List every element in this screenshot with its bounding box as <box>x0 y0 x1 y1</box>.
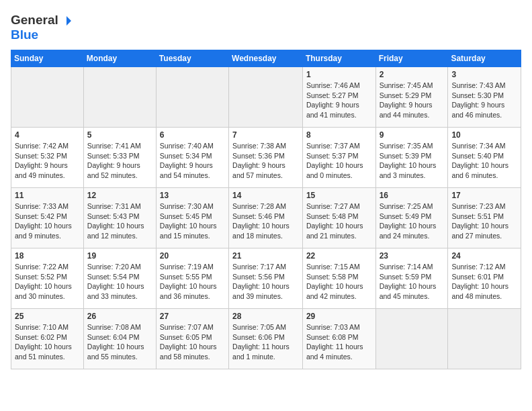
svg-text:General: General <box>11 13 58 27</box>
day-number: 20 <box>160 251 225 261</box>
day-info: Sunrise: 7:05 AMSunset: 6:06 PMDaylight:… <box>232 322 299 362</box>
week-row-5: 25Sunrise: 7:10 AMSunset: 6:02 PMDayligh… <box>11 309 521 369</box>
logo: General Blue <box>11 11 71 43</box>
weekday-monday: Monday <box>83 50 156 67</box>
day-info: Sunrise: 7:40 AMSunset: 5:34 PMDaylight:… <box>160 141 225 181</box>
week-row-1: 1Sunrise: 7:46 AMSunset: 5:27 PMDaylight… <box>11 67 521 128</box>
calendar-cell: 23Sunrise: 7:14 AMSunset: 5:59 PMDayligh… <box>375 248 448 309</box>
calendar-cell: 16Sunrise: 7:25 AMSunset: 5:49 PMDayligh… <box>375 188 448 248</box>
calendar-cell <box>229 67 303 128</box>
day-info: Sunrise: 7:20 AMSunset: 5:54 PMDaylight:… <box>87 262 152 302</box>
day-number: 19 <box>87 251 152 261</box>
day-info: Sunrise: 7:10 AMSunset: 6:02 PMDaylight:… <box>15 322 80 362</box>
calendar-cell: 21Sunrise: 7:17 AMSunset: 5:56 PMDayligh… <box>229 248 303 309</box>
day-number: 25 <box>15 312 80 321</box>
calendar-cell <box>375 309 448 369</box>
calendar-cell: 4Sunrise: 7:42 AMSunset: 5:32 PMDaylight… <box>11 128 84 188</box>
svg-marker-2 <box>66 16 71 31</box>
day-number: 26 <box>87 312 152 321</box>
day-info: Sunrise: 7:08 AMSunset: 6:04 PMDaylight:… <box>87 322 152 362</box>
calendar-cell: 28Sunrise: 7:05 AMSunset: 6:06 PMDayligh… <box>229 309 303 369</box>
calendar-cell: 17Sunrise: 7:23 AMSunset: 5:51 PMDayligh… <box>448 188 521 248</box>
day-number: 7 <box>232 130 299 140</box>
calendar-cell: 15Sunrise: 7:27 AMSunset: 5:48 PMDayligh… <box>302 188 375 248</box>
day-info: Sunrise: 7:34 AMSunset: 5:40 PMDaylight:… <box>451 141 517 181</box>
page: General Blue SundayMondayTuesdayWednesda… <box>0 0 532 376</box>
calendar-cell <box>83 67 156 128</box>
day-info: Sunrise: 7:03 AMSunset: 6:08 PMDaylight:… <box>306 322 372 362</box>
calendar-cell: 25Sunrise: 7:10 AMSunset: 6:02 PMDayligh… <box>11 309 84 369</box>
day-number: 5 <box>87 130 152 140</box>
calendar-cell: 9Sunrise: 7:35 AMSunset: 5:39 PMDaylight… <box>375 128 448 188</box>
day-info: Sunrise: 7:45 AMSunset: 5:29 PMDaylight:… <box>380 81 445 120</box>
calendar-cell: 29Sunrise: 7:03 AMSunset: 6:08 PMDayligh… <box>302 309 375 369</box>
calendar-cell: 24Sunrise: 7:12 AMSunset: 6:01 PMDayligh… <box>448 248 521 309</box>
day-number: 23 <box>380 251 445 261</box>
calendar-cell: 19Sunrise: 7:20 AMSunset: 5:54 PMDayligh… <box>83 248 156 309</box>
day-info: Sunrise: 7:25 AMSunset: 5:49 PMDaylight:… <box>380 201 445 241</box>
day-number: 12 <box>87 191 152 200</box>
day-number: 11 <box>15 191 80 200</box>
calendar-cell: 1Sunrise: 7:46 AMSunset: 5:27 PMDaylight… <box>302 67 375 128</box>
day-number: 10 <box>451 130 517 140</box>
calendar-cell: 20Sunrise: 7:19 AMSunset: 5:55 PMDayligh… <box>156 248 228 309</box>
day-info: Sunrise: 7:43 AMSunset: 5:30 PMDaylight:… <box>451 81 517 120</box>
week-row-3: 11Sunrise: 7:33 AMSunset: 5:42 PMDayligh… <box>11 188 521 248</box>
day-number: 27 <box>160 312 225 321</box>
day-number: 22 <box>306 251 372 261</box>
day-number: 24 <box>451 251 517 261</box>
weekday-thursday: Thursday <box>302 50 375 67</box>
day-info: Sunrise: 7:12 AMSunset: 6:01 PMDaylight:… <box>451 262 517 302</box>
week-row-2: 4Sunrise: 7:42 AMSunset: 5:32 PMDaylight… <box>11 128 521 188</box>
day-number: 18 <box>15 251 80 261</box>
day-number: 2 <box>380 70 445 79</box>
day-info: Sunrise: 7:22 AMSunset: 5:52 PMDaylight:… <box>15 262 80 302</box>
day-info: Sunrise: 7:28 AMSunset: 5:46 PMDaylight:… <box>232 201 299 241</box>
calendar-cell: 10Sunrise: 7:34 AMSunset: 5:40 PMDayligh… <box>448 128 521 188</box>
calendar-cell: 13Sunrise: 7:30 AMSunset: 5:45 PMDayligh… <box>156 188 228 248</box>
weekday-tuesday: Tuesday <box>156 50 228 67</box>
weekday-saturday: Saturday <box>448 50 521 67</box>
calendar-cell <box>156 67 228 128</box>
weekday-friday: Friday <box>375 50 448 67</box>
calendar-cell: 6Sunrise: 7:40 AMSunset: 5:34 PMDaylight… <box>156 128 228 188</box>
day-number: 17 <box>451 191 517 200</box>
calendar: SundayMondayTuesdayWednesdayThursdayFrid… <box>11 50 521 369</box>
day-info: Sunrise: 7:46 AMSunset: 5:27 PMDaylight:… <box>306 81 372 120</box>
day-number: 14 <box>232 191 299 200</box>
day-number: 4 <box>15 130 80 140</box>
calendar-cell: 12Sunrise: 7:31 AMSunset: 5:43 PMDayligh… <box>83 188 156 248</box>
calendar-cell: 22Sunrise: 7:15 AMSunset: 5:58 PMDayligh… <box>302 248 375 309</box>
day-number: 8 <box>306 130 372 140</box>
day-info: Sunrise: 7:37 AMSunset: 5:37 PMDaylight:… <box>306 141 372 181</box>
day-number: 6 <box>160 130 225 140</box>
day-info: Sunrise: 7:33 AMSunset: 5:42 PMDaylight:… <box>15 201 80 241</box>
day-info: Sunrise: 7:30 AMSunset: 5:45 PMDaylight:… <box>160 201 225 241</box>
day-number: 15 <box>306 191 372 200</box>
calendar-cell: 7Sunrise: 7:38 AMSunset: 5:36 PMDaylight… <box>229 128 303 188</box>
day-number: 9 <box>380 130 445 140</box>
header: General Blue <box>11 11 521 43</box>
calendar-cell: 5Sunrise: 7:41 AMSunset: 5:33 PMDaylight… <box>83 128 156 188</box>
day-info: Sunrise: 7:15 AMSunset: 5:58 PMDaylight:… <box>306 262 372 302</box>
day-info: Sunrise: 7:17 AMSunset: 5:56 PMDaylight:… <box>232 262 299 302</box>
logo-svg: General Blue <box>11 11 71 43</box>
calendar-cell: 27Sunrise: 7:07 AMSunset: 6:05 PMDayligh… <box>156 309 228 369</box>
calendar-cell: 18Sunrise: 7:22 AMSunset: 5:52 PMDayligh… <box>11 248 84 309</box>
day-info: Sunrise: 7:38 AMSunset: 5:36 PMDaylight:… <box>232 141 299 181</box>
day-number: 28 <box>232 312 299 321</box>
day-info: Sunrise: 7:41 AMSunset: 5:33 PMDaylight:… <box>87 141 152 181</box>
weekday-sunday: Sunday <box>11 50 84 67</box>
day-number: 3 <box>451 70 517 79</box>
week-row-4: 18Sunrise: 7:22 AMSunset: 5:52 PMDayligh… <box>11 248 521 309</box>
weekday-header-row: SundayMondayTuesdayWednesdayThursdayFrid… <box>11 50 521 67</box>
calendar-cell: 11Sunrise: 7:33 AMSunset: 5:42 PMDayligh… <box>11 188 84 248</box>
svg-text:Blue: Blue <box>11 28 38 42</box>
day-info: Sunrise: 7:23 AMSunset: 5:51 PMDaylight:… <box>451 201 517 241</box>
day-info: Sunrise: 7:42 AMSunset: 5:32 PMDaylight:… <box>15 141 80 181</box>
day-info: Sunrise: 7:31 AMSunset: 5:43 PMDaylight:… <box>87 201 152 241</box>
day-number: 29 <box>306 312 372 321</box>
day-number: 21 <box>232 251 299 261</box>
day-info: Sunrise: 7:14 AMSunset: 5:59 PMDaylight:… <box>380 262 445 302</box>
day-number: 16 <box>380 191 445 200</box>
